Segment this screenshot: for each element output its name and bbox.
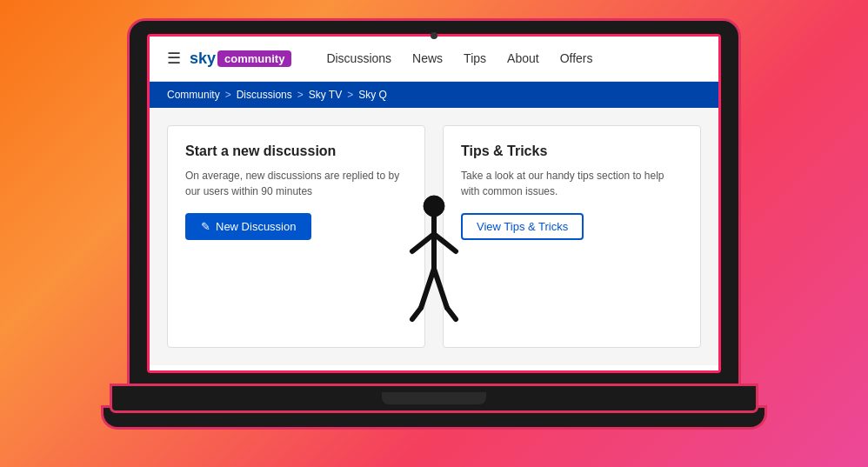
sky-text: sky: [190, 50, 216, 68]
nav-news[interactable]: News: [412, 51, 443, 65]
laptop-hinge: [382, 392, 486, 404]
svg-line-5: [434, 269, 447, 308]
svg-line-7: [447, 308, 456, 319]
svg-point-0: [424, 196, 444, 217]
laptop-container: ☰ sky community Discussions News Tips Ab…: [103, 21, 765, 447]
new-discussion-label: New Discussion: [216, 220, 296, 233]
new-discussion-icon: ✎: [201, 220, 210, 233]
new-discussion-card: Start a new discussion On average, new d…: [167, 125, 425, 348]
new-discussion-desc: On average, new discussions are replied …: [185, 168, 407, 199]
sky-logo: sky community: [190, 50, 291, 68]
laptop-base: [112, 386, 756, 410]
nav-tips[interactable]: Tips: [464, 51, 486, 65]
svg-line-3: [434, 234, 456, 251]
breadcrumb-sky-tv[interactable]: Sky TV: [309, 89, 342, 101]
svg-line-6: [412, 308, 421, 319]
community-badge: community: [217, 50, 291, 67]
breadcrumb: Community > Discussions > Sky TV > Sky Q: [150, 82, 718, 108]
nav-about[interactable]: About: [507, 51, 539, 65]
breadcrumb-discussions[interactable]: Discussions: [237, 89, 292, 101]
laptop-foot-base: [103, 408, 765, 427]
stickman-figure: [408, 190, 460, 330]
tips-tricks-desc: Take a look at our handy tips section to…: [461, 168, 683, 199]
breadcrumb-community[interactable]: Community: [167, 89, 220, 101]
site-header: ☰ sky community Discussions News Tips Ab…: [150, 37, 718, 82]
svg-line-4: [421, 269, 434, 308]
laptop-screen-shell: ☰ sky community Discussions News Tips Ab…: [130, 21, 738, 386]
nav-offers[interactable]: Offers: [560, 51, 593, 65]
breadcrumb-sky-q[interactable]: Sky Q: [358, 89, 387, 101]
site-nav: Discussions News Tips About Offers: [326, 51, 592, 65]
breadcrumb-sep1: >: [225, 89, 231, 101]
breadcrumb-sep3: >: [347, 89, 353, 101]
new-discussion-title: Start a new discussion: [185, 143, 407, 159]
tips-tricks-title: Tips & Tricks: [461, 143, 683, 159]
tips-tricks-card: Tips & Tricks Take a look at our handy t…: [443, 125, 701, 348]
nav-discussions[interactable]: Discussions: [326, 51, 391, 65]
svg-line-2: [412, 234, 434, 251]
new-discussion-button[interactable]: ✎ New Discussion: [185, 213, 311, 240]
hamburger-icon[interactable]: ☰: [167, 49, 181, 68]
breadcrumb-sep2: >: [297, 89, 304, 101]
view-tips-button[interactable]: View Tips & Tricks: [461, 213, 584, 240]
